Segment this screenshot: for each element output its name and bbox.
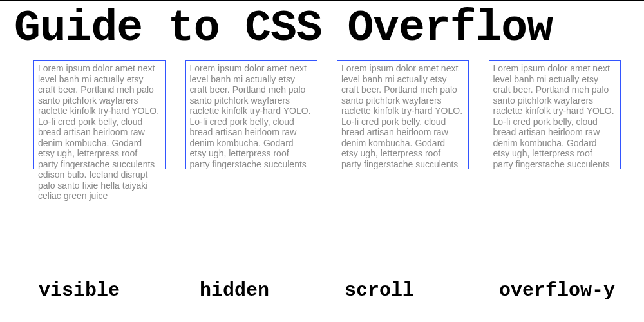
- example-hidden: Lorem ipsum dolor amet next level banh m…: [185, 60, 318, 169]
- demo-box-hidden: Lorem ipsum dolor amet next level banh m…: [185, 60, 317, 169]
- example-visible: Lorem ipsum dolor amet next level banh m…: [33, 60, 166, 169]
- demo-box-scroll[interactable]: Lorem ipsum dolor amet next level banh m…: [337, 60, 469, 169]
- example-overflow-y: Lorem ipsum dolor amet next level banh m…: [489, 60, 621, 169]
- labels-row: visible hidden scroll overflow-y: [0, 279, 644, 301]
- page-title: Guide to CSS Overflow: [0, 1, 644, 51]
- label-hidden: hidden: [200, 279, 345, 301]
- label-visible: visible: [39, 279, 200, 301]
- examples-row: Lorem ipsum dolor amet next level banh m…: [0, 51, 644, 169]
- label-scroll: scroll: [345, 279, 499, 301]
- label-overflow-y: overflow-y: [499, 279, 615, 301]
- demo-box-overflow-y[interactable]: Lorem ipsum dolor amet next level banh m…: [489, 60, 621, 169]
- example-scroll: Lorem ipsum dolor amet next level banh m…: [337, 60, 469, 169]
- demo-box-visible: Lorem ipsum dolor amet next level banh m…: [33, 60, 166, 169]
